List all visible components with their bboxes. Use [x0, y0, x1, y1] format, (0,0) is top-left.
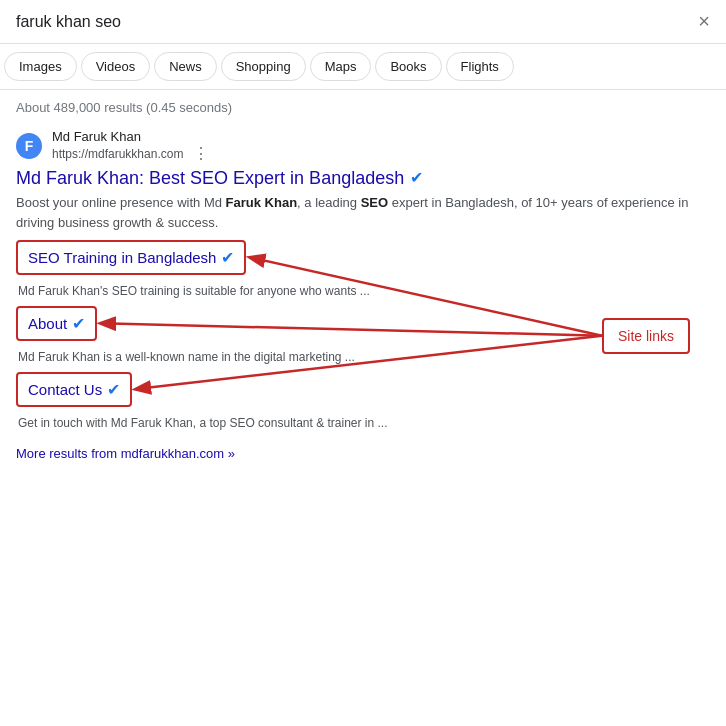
sitelink-title-about[interactable]: About ✔ [28, 314, 85, 333]
result-title[interactable]: Md Faruk Khan: Best SEO Expert in Bangla… [16, 167, 710, 190]
verified-icon: ✔ [410, 168, 423, 189]
verified-icon-about: ✔ [72, 314, 85, 333]
search-bar: faruk khan seo × [0, 0, 726, 44]
site-info: Md Faruk Khan https://mdfarukkhan.com ⋮ [52, 129, 209, 163]
tab-flights[interactable]: Flights [446, 52, 514, 81]
tab-books[interactable]: Books [375, 52, 441, 81]
verified-icon-seo: ✔ [221, 248, 234, 267]
sitelinks-wrapper: SEO Training in Bangladesh ✔ Md Faruk Kh… [16, 240, 710, 431]
site-favicon: F [16, 133, 42, 159]
sitelink-title-contact[interactable]: Contact Us ✔ [28, 380, 120, 399]
sitelinks-container: SEO Training in Bangladesh ✔ Md Faruk Kh… [16, 240, 710, 431]
site-url-row: https://mdfarukkhan.com ⋮ [52, 144, 209, 163]
results-info: About 489,000 results (0.45 seconds) [0, 90, 726, 121]
more-results-link[interactable]: More results from mdfarukkhan.com » [0, 446, 251, 473]
dots-menu[interactable]: ⋮ [193, 144, 209, 163]
sitelink-seo-training: SEO Training in Bangladesh ✔ Md Faruk Kh… [16, 240, 710, 300]
site-name: Md Faruk Khan [52, 129, 209, 144]
sitelink-box-about: About ✔ [16, 306, 97, 341]
site-header: F Md Faruk Khan https://mdfarukkhan.com … [16, 129, 710, 163]
sitelink-box-seo-training: SEO Training in Bangladesh ✔ [16, 240, 246, 275]
result-snippet: Boost your online presence with Md Faruk… [16, 193, 710, 232]
sitelink-snippet-contact: Get in touch with Md Faruk Khan, a top S… [16, 415, 710, 432]
sitelink-contact: Contact Us ✔ Get in touch with Md Faruk … [16, 372, 710, 432]
filter-tabs: Images Videos News Shopping Maps Books F… [0, 44, 726, 90]
result-block: F Md Faruk Khan https://mdfarukkhan.com … [0, 121, 726, 442]
tab-maps[interactable]: Maps [310, 52, 372, 81]
sitelink-box-contact: Contact Us ✔ [16, 372, 132, 407]
tab-news[interactable]: News [154, 52, 217, 81]
sitelink-title-seo-training[interactable]: SEO Training in Bangladesh ✔ [28, 248, 234, 267]
search-input[interactable]: faruk khan seo [16, 13, 686, 31]
sitelink-snippet-seo-training: Md Faruk Khan's SEO training is suitable… [16, 283, 710, 300]
tab-videos[interactable]: Videos [81, 52, 151, 81]
site-url: https://mdfarukkhan.com [52, 147, 183, 161]
tab-shopping[interactable]: Shopping [221, 52, 306, 81]
sitelink-about: About ✔ Md Faruk Khan is a well-known na… [16, 306, 710, 366]
verified-icon-contact: ✔ [107, 380, 120, 399]
close-icon[interactable]: × [698, 10, 710, 33]
tab-images[interactable]: Images [4, 52, 77, 81]
sitelink-snippet-about: Md Faruk Khan is a well-known name in th… [16, 349, 710, 366]
